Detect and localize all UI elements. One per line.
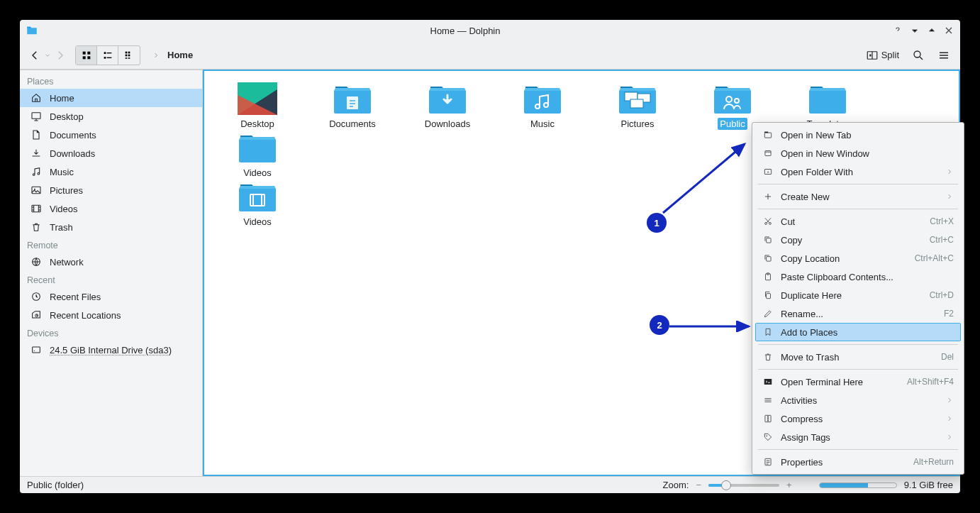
window-title: Home — Dolphin	[44, 26, 886, 36]
plus-icon	[762, 191, 774, 202]
annotation-arrow-1	[659, 138, 752, 216]
menu-separator	[758, 369, 958, 370]
sidebar-item-label: Desktop	[50, 111, 84, 122]
menu-item-properties[interactable]: PropertiesAlt+Return	[752, 453, 964, 471]
sidebar-item-label: Trash	[50, 222, 73, 233]
split-button[interactable]: Split	[866, 49, 899, 62]
sidebar-item-recent-files[interactable]: Recent Files	[20, 287, 202, 306]
menu-item-move-to-trash[interactable]: Move to TrashDel	[752, 348, 964, 366]
sidebar-header: Places	[20, 72, 202, 89]
sidebar-item-music[interactable]: Music	[20, 162, 202, 181]
menu-separator	[758, 344, 958, 345]
menu-item-rename[interactable]: Rename...F2	[752, 304, 964, 323]
file-label: Music	[528, 118, 557, 130]
menu-item-compress[interactable]: Compress	[752, 409, 964, 428]
forward-button[interactable]	[52, 48, 68, 63]
sidebar-item-downloads[interactable]: Downloads	[20, 144, 202, 162]
minimize-icon[interactable]	[909, 25, 920, 36]
menu-shortcut: Ctrl+D	[930, 290, 954, 300]
trash-icon	[30, 221, 43, 233]
sidebar-item-home[interactable]: Home	[20, 89, 202, 107]
help-icon[interactable]	[892, 25, 903, 36]
folder-icon	[238, 82, 277, 115]
maximize-icon[interactable]	[926, 25, 937, 36]
tag-icon	[762, 431, 774, 443]
bookmark-icon	[762, 326, 774, 338]
back-button[interactable]	[27, 48, 43, 63]
file-item-desktop[interactable]: Desktop	[224, 81, 291, 130]
titlebar[interactable]: Home — Dolphin	[20, 20, 960, 41]
sidebar-item-24-5-gib-internal-drive-sda3-[interactable]: 24.5 GiB Internal Drive (sda3)	[20, 341, 202, 359]
sidebar-item-label: Pictures	[50, 185, 83, 196]
sidebar-item-desktop[interactable]: Desktop	[20, 107, 202, 126]
sidebar-item-network[interactable]: Network	[20, 253, 202, 271]
menu-shortcut: F2	[944, 309, 954, 319]
home-icon	[30, 92, 43, 104]
sidebar-item-trash[interactable]: Trash	[20, 218, 202, 236]
file-label: Documents	[327, 118, 378, 130]
menu-item-duplicate-here[interactable]: Duplicate HereCtrl+D	[752, 286, 964, 304]
sidebar-item-recent-locations[interactable]: Recent Locations	[20, 306, 202, 324]
close-icon[interactable]	[943, 25, 954, 36]
menu-item-copy-location[interactable]: Copy LocationCtrl+Alt+C	[752, 249, 964, 267]
menu-label: Activities	[781, 395, 938, 406]
menu-item-cut[interactable]: CutCtrl+X	[752, 212, 964, 231]
menu-item-open-in-new-tab[interactable]: Open in New Tab	[752, 126, 964, 144]
annotation-circle-2: 2	[650, 315, 669, 335]
icons-view-button[interactable]	[76, 46, 97, 65]
menu-shortcut: Ctrl+Alt+C	[915, 253, 954, 263]
compact-view-button[interactable]	[97, 46, 118, 65]
zoom-minus-icon[interactable]: −	[696, 480, 701, 490]
sidebar-item-pictures[interactable]: Pictures	[20, 181, 202, 199]
details-view-button[interactable]	[118, 46, 140, 65]
videos-icon	[30, 202, 43, 215]
folder-icon	[333, 82, 372, 115]
back-history-dropdown[interactable]	[44, 52, 51, 59]
sidebar-header: Devices	[20, 324, 202, 341]
menu-shortcut: Alt+Shift+F4	[907, 377, 954, 387]
file-item-downloads[interactable]: Downloads	[414, 81, 481, 130]
menu-item-activities[interactable]: Activities	[752, 391, 964, 409]
sidebar-header: Remote	[20, 236, 202, 253]
search-button[interactable]	[912, 49, 925, 62]
breadcrumb-current[interactable]: Home	[167, 50, 193, 60]
menu-label: Open Folder With	[781, 167, 938, 177]
sidebar-item-videos[interactable]: Videos	[20, 199, 202, 218]
menu-item-open-folder-with[interactable]: Open Folder With	[752, 162, 964, 181]
split-label: Split	[881, 50, 899, 60]
menu-label: Rename...	[781, 309, 937, 319]
hamburger-menu-button[interactable]	[937, 49, 950, 62]
menu-item-create-new[interactable]: Create New	[752, 187, 964, 206]
annotation-circle-1: 1	[647, 213, 667, 233]
documents-icon	[30, 128, 43, 141]
compress-icon	[762, 413, 774, 424]
zoom-plus-icon[interactable]: +	[786, 480, 792, 490]
menu-item-open-in-new-window[interactable]: Open in New Window	[752, 144, 964, 162]
sidebar-item-label: Music	[50, 167, 74, 177]
menu-item-assign-tags[interactable]: Assign Tags	[752, 428, 964, 446]
menu-item-open-terminal-here[interactable]: Open Terminal HereAlt+Shift+F4	[752, 373, 964, 391]
file-item-pictures[interactable]: Pictures	[604, 81, 671, 130]
menu-item-paste-clipboard-contents[interactable]: Paste Clipboard Contents...	[752, 267, 964, 286]
sidebar-item-label: Recent Locations	[50, 310, 121, 321]
menu-label: Open Terminal Here	[781, 377, 900, 387]
sidebar-item-documents[interactable]: Documents	[20, 126, 202, 144]
breadcrumb[interactable]: Home	[147, 50, 859, 60]
file-item-videos[interactable]: Videos	[224, 179, 291, 228]
file-item-videos[interactable]: Videos	[224, 130, 291, 179]
svg-line-44	[663, 144, 745, 213]
desktop-icon	[30, 110, 43, 123]
menu-label: Create New	[781, 192, 938, 202]
menu-label: Compress	[781, 414, 938, 424]
pictures-icon	[30, 184, 43, 197]
file-item-documents[interactable]: Documents	[319, 81, 386, 130]
sidebar-item-label: Downloads	[50, 148, 95, 159]
menu-item-add-to-places[interactable]: Add to Places	[755, 323, 961, 341]
disk-usage-bar	[819, 482, 897, 488]
menu-separator	[758, 449, 958, 450]
menu-item-copy[interactable]: CopyCtrl+C	[752, 231, 964, 249]
view-mode-group	[75, 45, 140, 65]
file-item-music[interactable]: Music	[509, 81, 576, 130]
sidebar: PlacesHomeDesktopDocumentsDownloadsMusic…	[20, 70, 203, 476]
zoom-slider[interactable]	[708, 484, 779, 487]
